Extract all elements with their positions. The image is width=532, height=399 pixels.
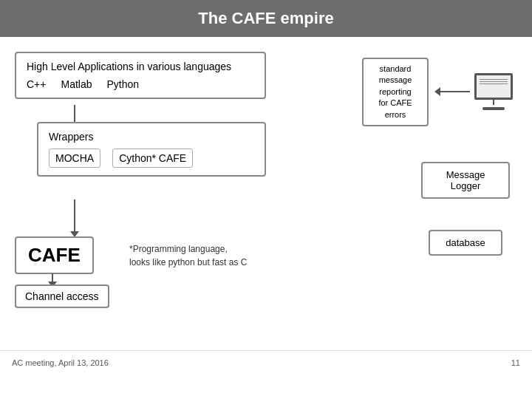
footer: AC meeting, April 13, 2016 11 <box>0 350 532 374</box>
arrow-left-head <box>434 87 440 96</box>
lang-matlab: Matlab <box>61 78 92 90</box>
note-text: *Programming language, looks like python… <box>129 242 247 269</box>
cafe-label: CAFE <box>28 244 81 266</box>
channel-access-label: Channel access <box>25 290 99 302</box>
footer-right: 11 <box>511 358 520 367</box>
database-box: database <box>429 230 502 256</box>
header: The CAFE empire <box>0 0 532 37</box>
cafe-box: CAFE <box>15 236 94 274</box>
wrapper-mocha: MOCHA <box>49 149 100 168</box>
connector-wrappers-to-cafe <box>74 200 75 236</box>
standard-message-box: standardmessagereportingfor CAFEerrors <box>362 58 429 126</box>
high-level-title: High Level Applications in various langu… <box>27 61 254 72</box>
note-line2: looks like python but fast as C <box>129 256 247 269</box>
lang-cpp: C++ <box>27 78 46 90</box>
database-label: database <box>446 237 485 248</box>
note-line1: *Programming language, <box>129 242 247 256</box>
message-logger-label: MessageLogger <box>446 169 485 191</box>
lang-python: Python <box>107 78 140 90</box>
header-title: The CAFE empire <box>198 9 333 27</box>
arrow-line <box>440 91 470 92</box>
monitor-base <box>482 107 505 110</box>
channel-access-box: Channel access <box>15 284 109 308</box>
wrapper-cython: Cython* CAFE <box>112 149 193 168</box>
wrappers-box: Wrappers MOCHA Cython* CAFE <box>37 122 266 177</box>
footer-left: AC meeting, April 13, 2016 <box>12 358 109 367</box>
message-logger-box: MessageLogger <box>421 162 510 199</box>
standard-message-text: standardmessagereportingfor CAFEerrors <box>378 64 412 119</box>
monitor-screen <box>474 73 513 100</box>
monitor-icon <box>474 73 513 110</box>
wrappers-title: Wrappers <box>49 131 254 143</box>
high-level-applications-box: High Level Applications in various langu… <box>15 52 266 99</box>
